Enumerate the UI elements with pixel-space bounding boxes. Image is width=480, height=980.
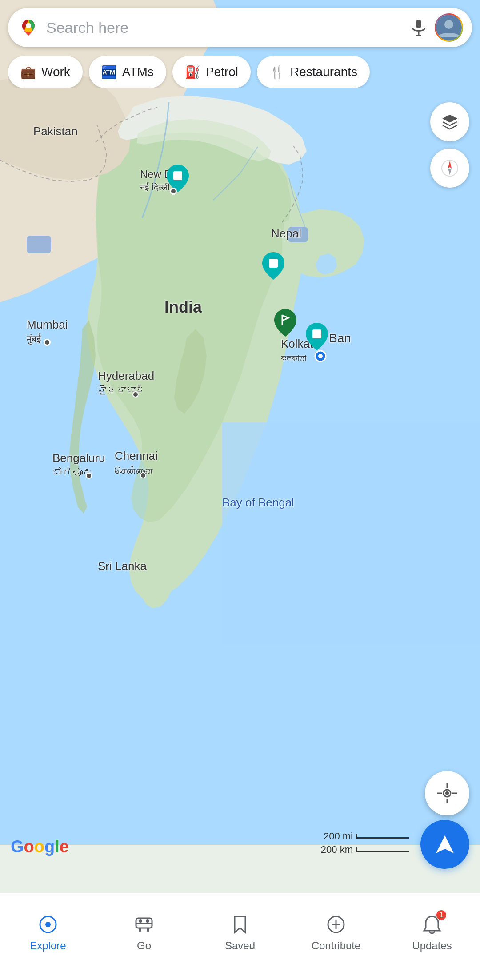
svg-point-32 bbox=[146, 919, 149, 923]
user-avatar[interactable] bbox=[435, 13, 463, 42]
svg-rect-2 bbox=[27, 236, 51, 253]
northeast-pin[interactable] bbox=[262, 252, 284, 281]
top-overlay: Search here 💼 Work 🏧 bbox=[0, 0, 480, 88]
chip-restaurants-label: Restaurants bbox=[290, 65, 357, 79]
explore-icon-wrapper bbox=[36, 913, 60, 936]
nav-item-explore[interactable]: Explore bbox=[0, 906, 96, 959]
go-icon-wrapper bbox=[132, 913, 156, 936]
svg-rect-6 bbox=[312, 329, 321, 338]
hyderabad-label: Hyderabadహైదరాబాద్ bbox=[98, 369, 154, 397]
chip-petrol[interactable]: ⛽ Petrol bbox=[172, 56, 251, 88]
nepal-label: Nepal bbox=[271, 227, 301, 241]
svg-marker-18 bbox=[436, 835, 454, 853]
chip-petrol-label: Petrol bbox=[206, 65, 238, 79]
svg-rect-5 bbox=[269, 259, 278, 268]
chip-atms[interactable]: 🏧 ATMs bbox=[89, 56, 166, 88]
google-logo: Google bbox=[11, 837, 69, 856]
google-maps-logo bbox=[17, 16, 40, 39]
bengaluru-label: Bengaluruಬೆಂಗಳೂರು bbox=[52, 451, 105, 479]
microphone-icon[interactable] bbox=[409, 18, 428, 37]
ban-label: Ban bbox=[329, 331, 351, 345]
updates-badge: 1 bbox=[436, 910, 446, 920]
layers-button[interactable] bbox=[430, 102, 469, 141]
nav-item-saved[interactable]: Saved bbox=[192, 906, 288, 959]
svg-rect-29 bbox=[147, 928, 149, 932]
svg-point-20 bbox=[26, 23, 31, 28]
chip-atms-label: ATMs bbox=[122, 65, 154, 79]
briefcase-icon: 💼 bbox=[20, 65, 36, 80]
saved-icon-wrapper bbox=[228, 913, 252, 936]
restaurant-icon: 🍴 bbox=[269, 65, 285, 80]
updates-label: Updates bbox=[412, 940, 452, 952]
chennai-dot bbox=[140, 472, 146, 478]
svg-rect-28 bbox=[139, 928, 141, 932]
scale-km-label: 200 km bbox=[321, 844, 353, 855]
svg-rect-4 bbox=[173, 171, 182, 180]
svg-point-8 bbox=[318, 354, 323, 358]
scale-bar: 200 mi 200 km bbox=[321, 831, 409, 855]
svg-rect-1 bbox=[222, 422, 480, 645]
kolkata-pin[interactable] bbox=[306, 323, 328, 352]
my-location-button[interactable] bbox=[425, 771, 469, 815]
navigate-fab[interactable] bbox=[420, 820, 469, 869]
contribute-icon-wrapper bbox=[324, 913, 348, 936]
petrol-icon: ⛽ bbox=[185, 65, 200, 80]
svg-point-25 bbox=[444, 20, 453, 29]
svg-point-17 bbox=[445, 791, 449, 795]
india-label: India bbox=[164, 298, 202, 317]
svg-point-26 bbox=[45, 922, 51, 927]
explore-label: Explore bbox=[30, 940, 66, 952]
saved-label: Saved bbox=[225, 940, 255, 952]
nav-item-contribute[interactable]: Contribute bbox=[288, 906, 384, 959]
atm-icon: 🏧 bbox=[101, 65, 117, 80]
mumbai-dot bbox=[44, 339, 51, 346]
scale-mi-label: 200 mi bbox=[324, 831, 353, 842]
green-flag-pin[interactable] bbox=[274, 309, 296, 338]
bottom-navigation: Explore Go Saved bbox=[0, 893, 480, 980]
svg-point-31 bbox=[139, 919, 142, 923]
svg-rect-21 bbox=[416, 20, 421, 28]
contribute-label: Contribute bbox=[312, 940, 361, 952]
nav-item-go[interactable]: Go bbox=[96, 906, 192, 959]
new-delhi-dot bbox=[170, 188, 177, 195]
pakistan-label: Pakistan bbox=[33, 125, 78, 138]
chip-restaurants[interactable]: 🍴 Restaurants bbox=[257, 56, 370, 88]
search-bar[interactable]: Search here bbox=[8, 8, 472, 47]
updates-icon-wrapper: 1 bbox=[420, 913, 444, 936]
nav-item-updates[interactable]: 1 Updates bbox=[384, 906, 480, 959]
srilanka-label: Sri Lanka bbox=[98, 559, 147, 573]
chip-work-label: Work bbox=[41, 65, 70, 79]
current-location-dot bbox=[314, 349, 327, 365]
chennai-label: Chennaiசென்னை bbox=[115, 449, 158, 477]
filter-chips: 💼 Work 🏧 ATMs ⛽ Petrol 🍴 Restaurants bbox=[8, 56, 472, 88]
bay-of-bengal-label: Bay of Bengal bbox=[222, 496, 294, 510]
search-placeholder[interactable]: Search here bbox=[46, 19, 403, 36]
go-label: Go bbox=[137, 940, 151, 952]
hyderabad-dot bbox=[132, 391, 139, 398]
chip-work[interactable]: 💼 Work bbox=[8, 56, 83, 88]
compass-button[interactable] bbox=[430, 149, 469, 188]
map-controls bbox=[430, 102, 469, 188]
bengaluru-dot bbox=[86, 473, 92, 479]
